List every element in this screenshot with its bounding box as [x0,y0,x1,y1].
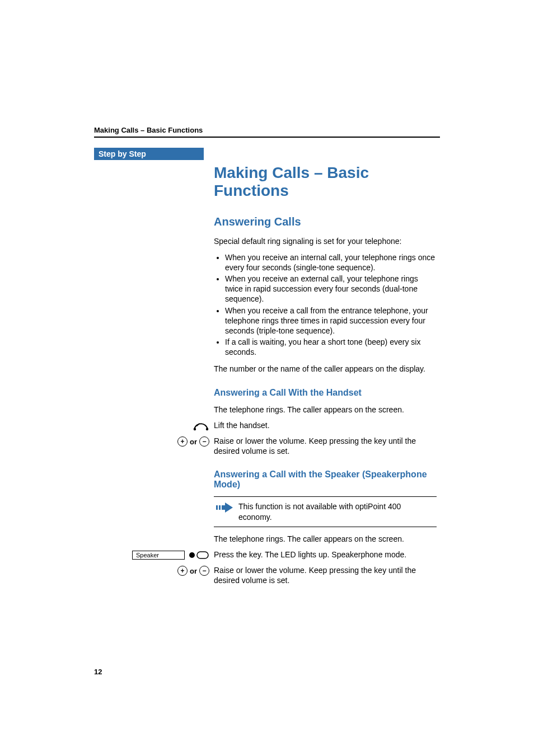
plus-minus-control: + or − [177,566,209,576]
minus-icon: − [199,566,209,576]
handset-ring-text: The telephone rings. The caller appears … [214,405,437,415]
key-led-icon [187,550,209,560]
handset-heading: Answering a Call With the Handset [214,388,437,398]
step-text: Raise or lower the volume. Keep pressing… [214,436,437,456]
answering-calls-heading: Answering Calls [214,215,437,228]
svg-point-1 [206,428,208,430]
speakerphone-heading: Answering a Call with the Speaker (Speak… [214,469,437,490]
step-text: Raise or lower the volume. Keep pressing… [214,565,437,585]
svg-rect-4 [222,505,225,510]
note-box: This function is not available with opti… [214,496,437,527]
list-item: If a call is waiting, you hear a short t… [225,337,437,357]
step-volume-handset: + or − Raise or lower the volume. Keep p… [214,436,437,456]
or-label: or [190,567,197,575]
svg-rect-3 [219,505,221,510]
speaker-key-button: Speaker [132,550,209,560]
step-lift-handset: Lift the handset. [214,420,437,430]
svg-point-0 [194,428,196,430]
ring-signaling-list: When you receive an internal call, your … [214,252,437,358]
minus-icon: − [199,436,209,447]
list-item: When you receive an external call, your … [225,274,437,304]
caller-display-note: The number or the name of the caller app… [214,364,437,374]
plus-icon: + [177,436,188,447]
step-text: Press the key. The LED lights up. Speake… [214,550,437,560]
plus-icon: + [177,566,188,576]
answering-intro: Special default ring signaling is set fo… [214,236,437,246]
speaker-key-label: Speaker [132,551,185,560]
note-arrow-icon [216,501,233,516]
running-header: Making Calls – Basic Functions [94,126,440,134]
page-number: 12 [94,668,102,676]
content-column: Making Calls – Basic Functions Answering… [214,164,437,591]
list-item: When you receive an internal call, your … [225,252,437,273]
svg-point-6 [189,552,195,558]
handset-icon [97,420,209,431]
page: Making Calls – Basic Functions Step by S… [0,0,534,756]
svg-marker-5 [225,503,233,513]
svg-rect-7 [197,552,208,558]
page-title: Making Calls – Basic Functions [214,164,437,200]
step-volume-speaker: + or − Raise or lower the volume. Keep p… [214,565,437,585]
speaker-ring-text: The telephone rings. The caller appears … [214,534,437,544]
svg-rect-2 [216,505,218,510]
note-text: This function is not available with opti… [238,502,401,521]
plus-minus-control: + or − [177,436,209,447]
step-text: Lift the handset. [214,420,437,430]
or-label: or [190,438,197,446]
step-press-speaker: Speaker Press the key. The LED lights up… [214,550,437,560]
list-item: When you receive a call from the entranc… [225,306,437,336]
step-by-step-sidebar: Step by Step [94,148,204,160]
running-header-rule [94,137,440,138]
